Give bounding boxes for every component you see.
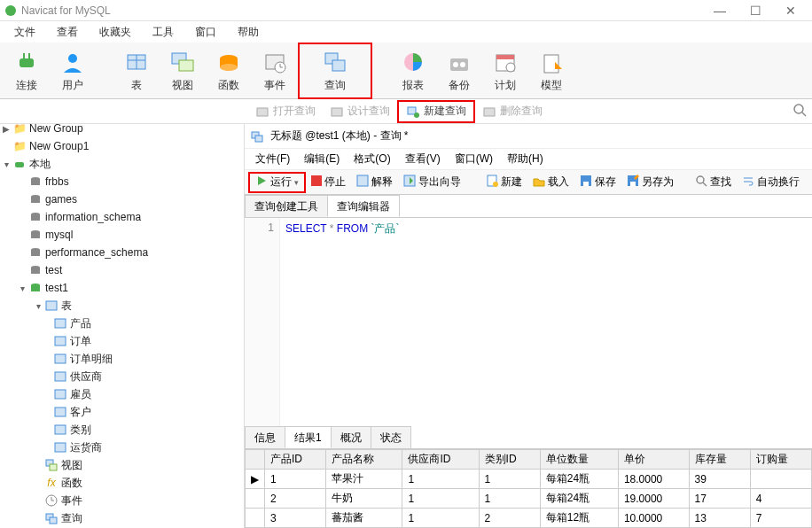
tree-db-test1[interactable]: ▾test1 xyxy=(0,279,244,297)
tree-table-客户[interactable]: 客户 xyxy=(0,403,244,421)
wrap-button[interactable]: 自动换行 xyxy=(737,172,805,193)
tool-backup[interactable]: 备份 xyxy=(436,43,482,99)
col-产品名称[interactable]: 产品名称 xyxy=(326,450,402,470)
export-button[interactable]: 导出向导 xyxy=(398,172,466,193)
docmenu-edit[interactable]: 编辑(E) xyxy=(297,151,347,167)
close-button[interactable]: ✕ xyxy=(773,2,808,19)
tab-profile[interactable]: 概况 xyxy=(331,426,371,448)
tree-table-运货商[interactable]: 运货商 xyxy=(0,439,244,456)
connection-tree[interactable]: ▶📁New Group 📁New Group1 ▾本地 frbbs games … xyxy=(0,120,244,528)
search-icon-right[interactable] xyxy=(792,103,812,120)
tree-tables-node[interactable]: ▾表 xyxy=(0,297,244,314)
tab-query-editor[interactable]: 查询编辑器 xyxy=(327,195,400,217)
col-类别id[interactable]: 类别ID xyxy=(479,450,540,470)
tree-table-类别[interactable]: 类别 xyxy=(0,421,244,439)
menu-window[interactable]: 窗口 xyxy=(184,23,227,42)
tool-view[interactable]: 视图 xyxy=(160,43,206,99)
tool-table[interactable]: 表 xyxy=(113,43,160,99)
export-icon xyxy=(403,175,416,190)
col-单价[interactable]: 单价 xyxy=(618,450,689,470)
sub-design-label: 设计查询 xyxy=(347,104,390,119)
svg-rect-57 xyxy=(55,425,66,434)
tool-func[interactable]: 函数 xyxy=(206,43,252,99)
load-icon xyxy=(533,175,545,190)
docmenu-help[interactable]: 帮助(H) xyxy=(500,151,550,167)
tree-table-产品[interactable]: 产品 xyxy=(0,314,244,332)
save-button[interactable]: 保存 xyxy=(574,172,621,193)
col-单位数量[interactable]: 单位数量 xyxy=(540,450,618,470)
tool-schedule[interactable]: 计划 xyxy=(482,43,528,99)
tree-views-node[interactable]: 视图 xyxy=(0,456,244,474)
tree-db-infoschema[interactable]: information_schema xyxy=(0,208,244,226)
tree-table-订单[interactable]: 订单 xyxy=(0,332,244,350)
query-doc-icon xyxy=(250,129,264,144)
docmenu-format[interactable]: 格式(O) xyxy=(347,151,397,167)
new-icon xyxy=(486,175,498,190)
tree-table-供应商[interactable]: 供应商 xyxy=(0,368,244,385)
menu-view[interactable]: 查看 xyxy=(46,23,89,42)
menu-help[interactable]: 帮助 xyxy=(227,23,269,42)
sql-code[interactable]: SELECT * FROM `产品` xyxy=(280,218,405,426)
sub-delete-query[interactable]: 删除查询 xyxy=(475,100,550,123)
svg-rect-55 xyxy=(55,390,66,399)
find-button[interactable]: 查找 xyxy=(690,172,737,193)
tree-db-games[interactable]: games xyxy=(0,190,244,208)
tree-conn-local[interactable]: ▾本地 xyxy=(0,155,244,173)
tree-events-node[interactable]: 事件 xyxy=(0,492,244,509)
tab-status[interactable]: 状态 xyxy=(371,426,411,448)
run-button[interactable]: 运行▾ xyxy=(248,172,306,193)
tab-query-builder[interactable]: 查询创建工具 xyxy=(245,195,328,217)
table-row[interactable]: 2牛奶11每箱24瓶19.0000174 xyxy=(246,489,812,509)
docmenu-file[interactable]: 文件(F) xyxy=(248,151,297,167)
svg-rect-70 xyxy=(357,175,368,186)
menu-fav[interactable]: 收藏夹 xyxy=(89,23,142,42)
explain-icon xyxy=(356,175,369,190)
tree-queries-node[interactable]: 查询 xyxy=(0,509,244,527)
svg-line-81 xyxy=(703,182,707,186)
tree-db-test[interactable]: test xyxy=(0,261,244,279)
tool-user[interactable]: 用户 xyxy=(50,43,96,99)
tree-folder-newgroup1[interactable]: 📁New Group1 xyxy=(0,137,244,155)
database-icon xyxy=(28,228,43,242)
tool-connect-label: 连接 xyxy=(16,78,37,93)
ident-table: `产品` xyxy=(371,222,400,235)
col-供应商id[interactable]: 供应商ID xyxy=(402,450,479,470)
menu-file[interactable]: 文件 xyxy=(4,23,46,42)
result-grid[interactable]: 产品ID 产品名称 供应商ID 类别ID 单位数量 单价 库存量 订购量 ▶1苹… xyxy=(245,449,812,528)
svg-rect-30 xyxy=(408,107,416,114)
col-产品id[interactable]: 产品ID xyxy=(265,450,326,470)
tool-connect[interactable]: 连接 xyxy=(4,43,50,99)
tool-query[interactable]: 查询 xyxy=(298,43,372,99)
tool-event[interactable]: 事件 xyxy=(252,43,298,99)
tool-model[interactable]: 模型 xyxy=(528,43,574,99)
svg-rect-18 xyxy=(332,60,345,71)
table-row[interactable]: ▶1苹果汁11每箱24瓶18.000039 xyxy=(246,470,812,489)
maximize-button[interactable]: ☐ xyxy=(738,2,773,19)
load-button[interactable]: 载入 xyxy=(527,172,574,193)
sub-new-query[interactable]: 新建查询 xyxy=(397,100,475,123)
tree-db-perfschema[interactable]: performance_schema xyxy=(0,244,244,261)
tree-table-雇员[interactable]: 雇员 xyxy=(0,385,244,403)
sub-design-query[interactable]: 设计查询 xyxy=(323,100,397,123)
docmenu-window[interactable]: 窗口(W) xyxy=(448,151,500,167)
saveas-button[interactable]: 另存为 xyxy=(621,172,679,193)
tree-table-订单明细[interactable]: 订单明细 xyxy=(0,350,244,368)
sub-open-query[interactable]: 打开查询 xyxy=(248,100,323,123)
tab-info[interactable]: 信息 xyxy=(245,426,285,448)
sql-editor[interactable]: 1 SELECT * FROM `产品` xyxy=(245,218,812,426)
tool-report[interactable]: 报表 xyxy=(390,43,436,99)
minimize-button[interactable]: — xyxy=(702,2,738,19)
col-库存量[interactable]: 库存量 xyxy=(689,450,750,470)
table-icon xyxy=(53,369,67,384)
tree-db-mysql[interactable]: mysql xyxy=(0,226,244,244)
new-button[interactable]: 新建 xyxy=(480,172,527,193)
tree-funcs-node[interactable]: fx函数 xyxy=(0,474,244,492)
menu-tools[interactable]: 工具 xyxy=(142,23,184,42)
col-订购量[interactable]: 订购量 xyxy=(750,450,811,470)
table-row[interactable]: 3蕃茄酱12每箱12瓶10.0000137 xyxy=(246,509,812,528)
explain-button[interactable]: 解释 xyxy=(351,172,398,193)
stop-button[interactable]: 停止 xyxy=(306,172,351,193)
tree-db-frbbs[interactable]: frbbs xyxy=(0,173,244,190)
tab-result1[interactable]: 结果1 xyxy=(285,426,332,448)
docmenu-view[interactable]: 查看(V) xyxy=(398,151,448,167)
